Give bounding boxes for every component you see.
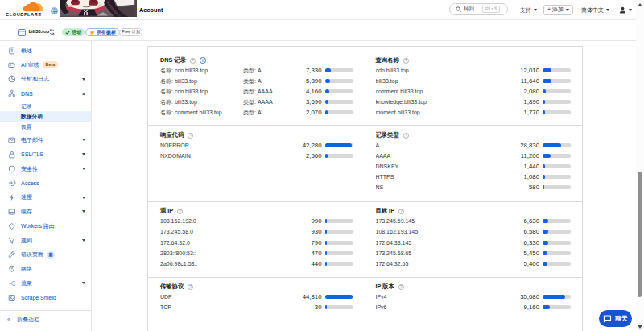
filter-info-icon[interactable]: i xyxy=(200,57,206,64)
chevron-down-icon xyxy=(534,9,537,11)
sidebar-item--[interactable]: 安全性 xyxy=(0,162,91,176)
stat-bar xyxy=(325,100,353,104)
sidebar-item--[interactable]: 网络 xyxy=(0,262,91,276)
sidebar-item-scrape-shield[interactable]: Scrape Shield xyxy=(0,291,91,305)
sidebar-item-dns[interactable]: DNS xyxy=(0,86,91,101)
chevron-down-icon xyxy=(82,239,85,242)
help-icon[interactable]: ? xyxy=(188,133,193,139)
sidebar-item--[interactable]: 流量 xyxy=(0,276,91,291)
help-icon[interactable]: ? xyxy=(190,58,196,64)
sidebar-item--[interactable]: 数据分析 xyxy=(0,111,91,122)
zone-bar: bili33.top 活动 所有徽标 Free 计划 xyxy=(0,20,644,41)
sidebar-item-label: 记录 xyxy=(21,102,32,110)
account-avatar[interactable] xyxy=(60,0,137,17)
support-menu[interactable]: 支持 xyxy=(520,0,537,20)
help-icon[interactable]: ? xyxy=(177,209,183,214)
stat-panel-title-text: 目标 IP xyxy=(376,207,395,215)
stat-row: UDP44,810 xyxy=(160,292,353,302)
stat-bar xyxy=(543,68,571,72)
stat-row: 名称: comment.bili33.top类型: A2,070 xyxy=(160,107,353,118)
record-type: 类型: AAAA xyxy=(243,98,273,106)
collapse-sidebar-button[interactable]: «折叠边栏 xyxy=(0,311,91,329)
search-input[interactable]: 转到... ctrl + K xyxy=(449,3,508,15)
stat-panel-title: DNS 记录?i xyxy=(160,56,353,65)
scrollbar-thumb[interactable] xyxy=(638,172,642,297)
sidebar-item--[interactable]: 分析和日志 xyxy=(0,72,91,87)
sidebar-item-ai-[interactable]: AI 审核Beta xyxy=(0,58,91,72)
stat-bar-fill xyxy=(543,230,548,234)
stat-label: 2a06:98c1:53:: xyxy=(160,261,311,267)
stat-bar-fill xyxy=(325,89,329,93)
sidebar-item-label: AI 审核 xyxy=(21,61,39,69)
stat-bar xyxy=(325,143,353,147)
record-type: 类型: A xyxy=(243,67,262,75)
stat-bar-fill xyxy=(543,164,545,168)
chat-button[interactable]: 聊天 xyxy=(599,310,632,327)
stat-bar xyxy=(325,262,353,266)
plan-badge: Free 计划 xyxy=(119,28,142,36)
stat-value: 11,200 xyxy=(521,152,539,159)
stat-label: NS xyxy=(376,184,529,190)
email-icon xyxy=(8,136,16,144)
stat-bar xyxy=(325,251,353,255)
stat-label: 2803:f800:53:: xyxy=(160,250,311,256)
sidebar-item-label: 概述 xyxy=(21,47,32,55)
user-menu[interactable] xyxy=(619,0,632,20)
stat-label: cdn.bili33.top xyxy=(376,68,521,73)
stat-row: NOERROR42,280 xyxy=(160,140,353,151)
stat-value: 35,680 xyxy=(520,293,539,300)
stat-label: 173.245.59.145 xyxy=(376,218,524,224)
sidebar-item--[interactable]: 规则 xyxy=(0,234,91,248)
sidebar-item-access[interactable]: Access xyxy=(0,176,91,190)
record-type: 类型: A xyxy=(243,109,262,117)
stat-bar xyxy=(325,154,353,158)
stat-label: DNSKEY xyxy=(376,163,524,169)
stat-value: 790 xyxy=(311,239,321,246)
stat-label: TCP xyxy=(160,304,315,310)
language-menu[interactable]: 简体中文 xyxy=(581,0,609,20)
stat-value: 6,330 xyxy=(523,239,539,246)
stat-bar-fill xyxy=(325,305,327,309)
stat-row: NXDOMAIN2,560 xyxy=(160,151,353,161)
page-scrollbar[interactable] xyxy=(636,0,644,331)
add-button[interactable]: + 添加 xyxy=(543,5,573,15)
account-label[interactable]: Account xyxy=(139,6,163,14)
stat-row: 173.245.58.0930 xyxy=(160,226,353,237)
sidebar-item-label: 设置 xyxy=(21,123,32,131)
help-icon[interactable]: ? xyxy=(398,209,404,214)
error-pages-icon xyxy=(8,251,16,259)
sidebar-item--[interactable]: 概述 xyxy=(0,43,91,58)
help-icon[interactable]: ? xyxy=(398,284,404,290)
sidebar-item--[interactable]: 电子邮件 xyxy=(0,133,91,147)
stat-value: 990 xyxy=(311,217,321,225)
stat-bar-fill xyxy=(325,241,328,245)
stat-row: 108.162.192.0990 xyxy=(160,216,353,226)
stat-panel-title: 查询名称? xyxy=(376,56,572,65)
swap-zone-icon[interactable] xyxy=(49,29,56,35)
sidebar-item--[interactable]: 记录 xyxy=(0,101,91,111)
sidebar-item-ssl-tls[interactable]: SSL/TLS xyxy=(0,147,91,162)
sidebar-item--[interactable]: 缓存 xyxy=(0,205,91,219)
stat-label: UDP xyxy=(160,294,303,300)
stat-value: 470 xyxy=(311,250,321,257)
sidebar-item--[interactable]: 速度 xyxy=(0,190,91,205)
scroll-down-arrow-icon[interactable] xyxy=(638,325,642,329)
help-icon[interactable]: ? xyxy=(188,284,193,290)
stat-panel-IP 版本: IP 版本?IPv435,680IPv69,160 xyxy=(365,278,583,331)
stat-bar xyxy=(543,154,571,158)
sidebar-item--[interactable]: 设置 xyxy=(0,122,91,133)
sidebar-item--[interactable]: 错误页面新 xyxy=(0,247,91,262)
zone-name[interactable]: bili33.top xyxy=(29,28,50,34)
globe-icon[interactable] xyxy=(51,7,58,14)
scroll-up-arrow-icon[interactable] xyxy=(638,3,642,6)
stat-row: A28,830 xyxy=(376,140,572,151)
stat-bar-fill xyxy=(543,175,545,179)
cloudflare-logo-text: CLOUDFLARE xyxy=(6,12,42,17)
help-icon[interactable]: ? xyxy=(403,133,409,139)
stat-bar-fill xyxy=(543,305,550,309)
stat-panel-DNS 记录: DNS 记录?i名称: cdn.bili33.top类型: A7,330名称: … xyxy=(148,47,365,125)
sidebar-item-label: Workers 路由 xyxy=(21,222,55,230)
stat-bar-fill xyxy=(325,100,329,104)
sidebar-item-workers-[interactable]: Workers 路由 xyxy=(0,219,91,234)
help-icon[interactable]: ? xyxy=(403,58,409,64)
